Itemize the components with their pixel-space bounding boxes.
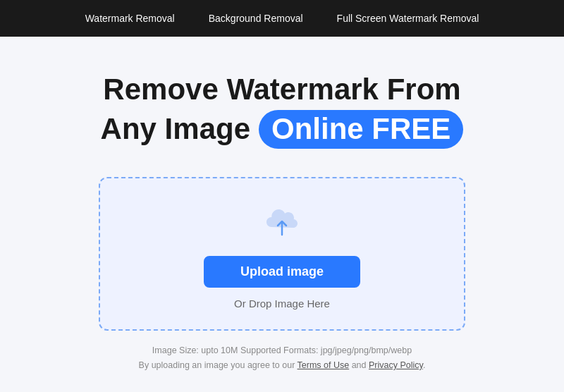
upload-area[interactable]: Upload image Or Drop Image Here [99, 177, 465, 331]
footer-note: Image Size: upto 10M Supported Formats: … [139, 343, 426, 374]
header: Watermark Removal Background Removal Ful… [0, 0, 564, 37]
nav-background-removal[interactable]: Background Removal [209, 13, 303, 24]
upload-button[interactable]: Upload image [204, 256, 360, 288]
nav-fullscreen-watermark-removal[interactable]: Full Screen Watermark Removal [337, 13, 479, 24]
footer-line2-prefix: By uploading an image you agree to our [139, 360, 295, 370]
online-free-badge: Online FREE [259, 110, 463, 148]
hero-title-line2: Any Image Online FREE [101, 110, 464, 148]
footer-line1: Image Size: upto 10M Supported Formats: … [139, 343, 426, 358]
drop-text: Or Drop Image Here [234, 298, 330, 310]
footer-line2: By uploading an image you agree to our T… [139, 358, 426, 373]
terms-of-use-link[interactable]: Terms of Use [298, 360, 350, 370]
nav-watermark-removal[interactable]: Watermark Removal [85, 13, 175, 24]
footer-and: and [352, 360, 367, 370]
hero-title-line1: Remove Watermark From [101, 72, 464, 107]
footer-suffix: . [423, 360, 425, 370]
privacy-policy-link[interactable]: Privacy Policy [369, 360, 423, 370]
hero-title: Remove Watermark From Any Image Online F… [101, 72, 464, 149]
upload-icon [262, 204, 302, 243]
main-content: Remove Watermark From Any Image Online F… [0, 37, 564, 392]
hero-title-line2-prefix: Any Image [101, 111, 250, 147]
